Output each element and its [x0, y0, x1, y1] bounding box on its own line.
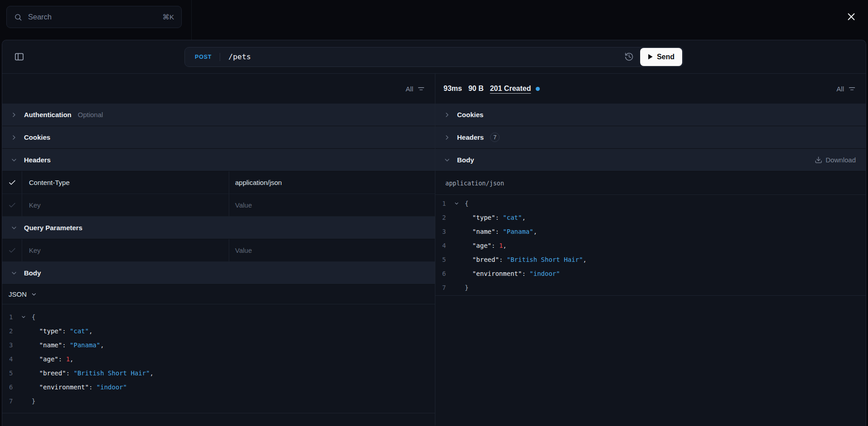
toolbar: POST /pets Send — [2, 40, 866, 74]
query-key-input[interactable]: Key — [22, 239, 229, 261]
request-panel: All Authentication Optional Cookies — [2, 74, 435, 426]
code-text: "name": "Panama", — [465, 228, 537, 235]
code-text: "name": "Panama", — [32, 341, 104, 349]
search-input[interactable]: Search ⌘K — [6, 6, 182, 28]
line-number: 3 — [442, 228, 454, 235]
section-request-body[interactable]: Body — [2, 262, 435, 284]
code-text: "breed": "British Short Hair", — [465, 256, 587, 263]
section-response-body[interactable]: Body Download — [435, 149, 866, 171]
code-line: 5 "breed": "British Short Hair", — [435, 252, 866, 266]
code-line: 7} — [435, 280, 866, 294]
code-text: "breed": "British Short Hair", — [32, 369, 154, 377]
check-icon — [8, 179, 16, 187]
code-text: "environment": "indoor" — [465, 270, 560, 277]
row-enabled-checkbox-disabled[interactable] — [2, 194, 22, 216]
response-duration: 93ms — [443, 85, 462, 93]
code-text: { — [32, 313, 35, 321]
filter-icon — [417, 85, 425, 93]
line-number: 6 — [9, 383, 21, 391]
line-number: 2 — [442, 214, 454, 221]
code-line: 1{ — [2, 310, 435, 324]
body-format-select[interactable]: JSON — [2, 284, 435, 304]
section-query-parameters[interactable]: Query Parameters — [2, 217, 435, 239]
header-key-input[interactable]: Key — [22, 194, 229, 216]
response-meta: 93ms 90 B 201 Created — [443, 85, 540, 93]
search-icon — [14, 13, 22, 21]
close-icon[interactable] — [845, 11, 857, 23]
section-authentication[interactable]: Authentication Optional — [2, 104, 435, 126]
code-text: } — [465, 284, 468, 291]
response-size: 90 B — [468, 85, 484, 93]
response-body-viewer: 1{2 "type": "cat",3 "name": "Panama",4 "… — [435, 195, 866, 296]
response-content-type: application/json — [435, 171, 866, 195]
address-bar[interactable]: POST /pets Send — [184, 47, 684, 67]
line-number: 7 — [442, 284, 454, 291]
header-value-input[interactable]: Value — [229, 194, 435, 216]
line-number: 7 — [9, 398, 21, 405]
response-body-label: Body — [457, 156, 474, 164]
section-request-headers[interactable]: Headers — [2, 149, 435, 171]
line-number: 1 — [442, 200, 454, 207]
send-label: Send — [657, 53, 675, 61]
code-line: 4 "age": 1, — [435, 238, 866, 252]
header-row-empty: Key Value — [2, 194, 435, 217]
query-parameters-label: Query Parameters — [24, 224, 82, 232]
line-number: 3 — [9, 341, 21, 349]
response-meta-row: 93ms 90 B 201 Created All — [435, 74, 866, 104]
response-cookies-label: Cookies — [457, 111, 483, 118]
section-response-cookies[interactable]: Cookies — [435, 104, 866, 126]
code-line: 6 "environment": "indoor" — [2, 380, 435, 394]
authentication-label: Authentication — [24, 111, 71, 118]
download-label: Download — [826, 156, 856, 164]
fold-chevron-icon[interactable] — [454, 201, 465, 206]
section-request-cookies[interactable]: Cookies — [2, 126, 435, 149]
download-icon — [815, 156, 822, 164]
method-badge: POST — [195, 54, 212, 60]
headers-count-badge: 7 — [490, 133, 500, 142]
header-key-cell[interactable]: Content-Type — [22, 171, 229, 194]
chevron-down-icon — [10, 224, 18, 232]
row-enabled-checkbox[interactable] — [2, 171, 22, 194]
request-headers-label: Headers — [24, 156, 51, 164]
send-button[interactable]: Send — [640, 48, 682, 66]
chevron-down-icon — [443, 156, 451, 164]
fold-chevron-icon[interactable] — [21, 314, 32, 320]
request-body-label: Body — [24, 269, 41, 277]
row-enabled-checkbox-disabled[interactable] — [2, 239, 22, 261]
play-icon — [648, 54, 653, 60]
code-line: 7} — [2, 394, 435, 408]
header-row-content-type: Content-Type application/json — [2, 171, 435, 194]
address-separator — [220, 53, 220, 61]
sidebar-toggle-icon[interactable] — [14, 52, 24, 62]
code-text: } — [32, 398, 35, 405]
code-line: 4 "age": 1, — [2, 352, 435, 366]
request-body-editor[interactable]: 1{2 "type": "cat",3 "name": "Panama",4 "… — [2, 304, 435, 413]
request-path[interactable]: /pets — [228, 52, 251, 61]
topbar-divider — [191, 0, 192, 40]
line-number: 5 — [9, 369, 21, 377]
chevron-down-icon — [10, 270, 18, 277]
chevron-right-icon — [10, 134, 18, 141]
line-number: 6 — [442, 270, 454, 277]
history-icon[interactable] — [624, 52, 634, 62]
topbar: Search ⌘K — [0, 0, 868, 40]
request-filter-all-button[interactable]: All — [406, 85, 425, 93]
download-button[interactable]: Download — [815, 156, 856, 164]
response-headers-label: Headers — [457, 133, 484, 141]
code-line: 2 "type": "cat", — [2, 324, 435, 338]
section-response-headers[interactable]: Headers 7 — [435, 126, 866, 149]
line-number: 4 — [442, 242, 454, 249]
response-panel: 93ms 90 B 201 Created All Cookies — [435, 74, 866, 426]
chevron-right-icon — [10, 111, 18, 118]
response-filter-all-button[interactable]: All — [836, 85, 856, 93]
header-value-cell[interactable]: application/json — [229, 171, 435, 194]
request-response-split: All Authentication Optional Cookies — [2, 74, 866, 426]
query-value-input[interactable]: Value — [229, 239, 435, 261]
authentication-optional-badge: Optional — [78, 111, 103, 118]
check-icon — [8, 201, 16, 209]
code-line: 2 "type": "cat", — [435, 210, 866, 224]
code-text: "environment": "indoor" — [32, 383, 127, 391]
response-status-link[interactable]: 201 Created — [490, 85, 531, 93]
filter-icon — [848, 85, 856, 93]
status-dot-icon — [536, 87, 540, 91]
